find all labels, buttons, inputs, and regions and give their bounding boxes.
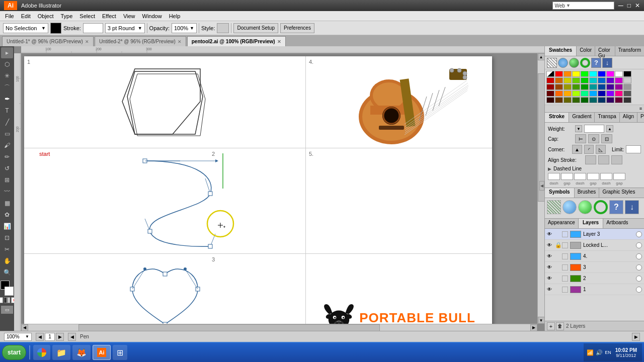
tab-transform[interactable]: Transform (615, 46, 644, 56)
scroll-left-status[interactable]: ◀ (68, 333, 76, 341)
swatch[interactable] (555, 97, 563, 103)
swatch[interactable] (572, 97, 580, 103)
symbol-4[interactable] (594, 200, 608, 214)
align-center-btn[interactable] (585, 155, 596, 164)
swatch[interactable] (606, 97, 614, 103)
swatch[interactable] (546, 97, 554, 103)
menu-type[interactable]: Type (58, 12, 76, 20)
tab-graphic-styles[interactable]: Graphic Styles (599, 188, 638, 198)
swatch-down[interactable]: ↓ (602, 58, 612, 68)
cap-butt[interactable]: ⊢ (575, 134, 586, 143)
layer-target-1[interactable] (636, 287, 642, 293)
menu-object[interactable]: Object (35, 12, 57, 20)
swatch-globe[interactable] (558, 58, 568, 68)
corner-round[interactable]: ◜ (584, 145, 594, 154)
swatch[interactable] (572, 84, 580, 90)
layer-target-2[interactable] (636, 276, 642, 282)
stroke-color[interactable] (83, 23, 103, 33)
tab-close-0[interactable]: ✕ (85, 39, 89, 44)
pen-tool[interactable]: ✒ (1, 94, 13, 105)
magic-wand-tool[interactable]: ✳ (1, 70, 13, 81)
artboard-tool[interactable]: ⊡ (1, 232, 13, 243)
swatch[interactable] (598, 77, 606, 83)
layer-lock-locked[interactable]: 🔒 (555, 242, 561, 248)
tab-stroke[interactable]: Stroke (545, 113, 569, 122)
scroll-right-btn[interactable]: ▶ (530, 324, 537, 331)
corner-miter[interactable]: ▲ (572, 145, 582, 154)
tab-appearance[interactable]: Appearance (545, 219, 579, 228)
taskbar-firefox[interactable]: 🦊 (72, 345, 91, 360)
swatch[interactable] (606, 84, 614, 90)
rotate-tool[interactable]: ↺ (1, 163, 13, 174)
gap-1[interactable] (561, 173, 573, 180)
swatch[interactable] (623, 71, 631, 77)
type-tool[interactable]: T (1, 105, 13, 116)
menu-select[interactable]: Select (76, 12, 98, 20)
pt-round-dropdown[interactable]: 3 pt Round ▼ (105, 23, 145, 33)
volume-icon[interactable]: 🔊 (596, 349, 603, 356)
tab-pathfinder[interactable]: Pathfi (637, 113, 644, 122)
tab-color[interactable]: Color (577, 46, 595, 56)
screen-mode-btn[interactable]: ▭ (1, 306, 13, 314)
swatch[interactable] (623, 84, 631, 90)
start-button[interactable]: start (2, 345, 26, 360)
tab-0[interactable]: Untitled-1* @ 96% (RGB/Preview) ✕ (2, 36, 94, 46)
panel-menu-btn[interactable]: ≡ (639, 106, 642, 111)
scrollbar-horizontal[interactable]: ◀ ▶ (21, 324, 537, 331)
warp-tool[interactable]: 〰 (1, 186, 13, 197)
tab-layers[interactable]: Layers (579, 219, 603, 228)
taskbar-unknown[interactable]: ⊞ (113, 345, 127, 360)
gap-2[interactable] (587, 173, 599, 180)
limit-input[interactable] (626, 145, 641, 153)
clock-display[interactable]: 10:02 PM 9/11/2012 (613, 347, 639, 358)
swatch[interactable] (606, 71, 614, 77)
swatch[interactable] (606, 90, 614, 97)
delete-layer-btn[interactable]: 🗑 (556, 322, 564, 330)
layer-eye-1[interactable]: 👁 (547, 287, 554, 292)
swatch[interactable] (589, 71, 597, 77)
selection-dropdown[interactable]: No Selection ▼ (3, 23, 48, 33)
swatch[interactable] (564, 77, 572, 83)
swatch[interactable] (623, 97, 631, 103)
zoom-select[interactable]: 100% ▼ (4, 333, 32, 341)
menu-effect[interactable]: Effect (99, 12, 119, 20)
taskbar-chrome[interactable] (33, 345, 50, 360)
swatch[interactable] (615, 84, 623, 90)
menu-view[interactable]: View (120, 12, 138, 20)
menu-window[interactable]: Window (139, 12, 165, 20)
page-input[interactable] (45, 333, 55, 341)
swatch[interactable] (555, 90, 563, 97)
layer-target-3b[interactable] (636, 264, 642, 270)
swatch[interactable] (581, 77, 589, 83)
layer-item-1[interactable]: 👁 1 (545, 284, 644, 295)
swatch[interactable] (581, 71, 589, 77)
hand-tool[interactable]: ✋ (1, 255, 13, 266)
swatch-ring[interactable] (580, 58, 590, 68)
close-btn[interactable]: ✕ (635, 2, 640, 9)
dash-2[interactable] (574, 173, 586, 180)
weight-increase-btn[interactable]: ▲ (606, 125, 613, 132)
tab-close-2[interactable]: ✕ (277, 39, 281, 44)
layer-target-3[interactable] (636, 231, 642, 237)
layer-item-locked[interactable]: 👁 🔒 Locked L... (545, 240, 644, 251)
symbol-6[interactable]: ↓ (625, 200, 639, 214)
dash-1[interactable] (548, 173, 560, 180)
tab-symbols[interactable]: Symbols (545, 188, 575, 198)
layer-eye-2[interactable]: 👁 (547, 276, 554, 281)
swatch[interactable] (555, 84, 563, 90)
swatch[interactable] (615, 97, 623, 103)
lasso-tool[interactable]: ⌒ (1, 82, 13, 93)
cap-square[interactable]: ⊡ (601, 134, 612, 143)
direct-selection-tool[interactable]: ⬡ (1, 59, 13, 70)
layer-item-3b[interactable]: 👁 3 (545, 262, 644, 273)
corner-bevel[interactable]: ◺ (596, 145, 606, 154)
swatch[interactable] (564, 97, 572, 103)
tab-color-guide[interactable]: Color Gu (595, 46, 615, 56)
swatch[interactable] (572, 71, 580, 77)
maximize-btn[interactable]: □ (627, 2, 631, 9)
taskbar-illustrator[interactable]: Ai (93, 345, 111, 360)
graph-tool[interactable]: ▦ (1, 198, 13, 209)
swatch[interactable] (564, 84, 572, 90)
swatch[interactable] (564, 71, 572, 77)
layer-eye-locked[interactable]: 👁 (547, 242, 554, 248)
